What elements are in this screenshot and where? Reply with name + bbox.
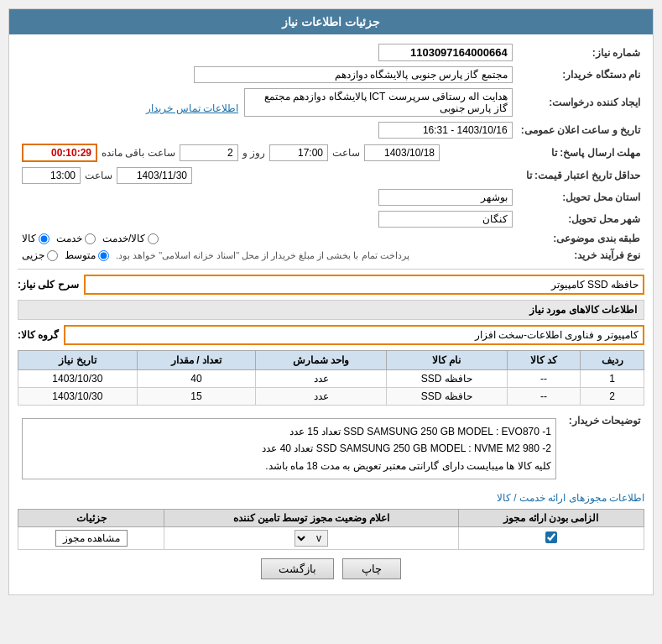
tabaqe-value: کالا خدمت کالا/خدمت <box>18 230 517 247</box>
tabaqe-kk-radio[interactable] <box>148 233 159 244</box>
notes-table: توضیحات خریدار: 1- SSD SAMSUNG 250 GB MO… <box>18 411 644 487</box>
sub-col-ealam: اعلام وضعیت مجوز توسط تامین کننده <box>164 510 458 527</box>
kala-table: ردیف کد کالا نام کالا واحد شمارش تعداد /… <box>18 350 644 406</box>
section-kala-title: اطلاعات کالاهای مورد نیاز <box>18 300 644 320</box>
mohlat-date-display: 1403/10/18 <box>364 144 440 161</box>
creator-display: هدایت اله رستاقی سرپرست ICT پالایشگاه دو… <box>244 88 513 117</box>
nooe-jozi-label: جزیی <box>22 249 44 261</box>
contact-link[interactable]: اطلاعات تماس خریدار <box>146 102 238 114</box>
tabaqe-kala-item[interactable]: کالا <box>22 233 50 244</box>
group-kala-row: گروه کالا: <box>18 325 644 345</box>
creator-value: هدایت اله رستاقی سرپرست ICT پالایشگاه دو… <box>18 86 517 119</box>
mohlat-rooz-label: روز و <box>242 147 265 159</box>
divider-1 <box>18 269 644 270</box>
mohlat-label: مهلت ارسال پاسخ: تا <box>517 141 644 165</box>
sarh-koli-label: سرح کلی نیاز: <box>18 279 79 291</box>
ostan-display: بوشهر <box>378 189 513 206</box>
cell-name: حافظه SSD <box>386 388 507 406</box>
elzami-checkbox[interactable] <box>545 531 557 543</box>
nooe-value: جزیی متوسط پرداخت تمام با بخشی از مبلغ خ… <box>18 247 517 264</box>
cell-kod: -- <box>507 388 581 406</box>
col-kod: کد کالا <box>507 351 581 370</box>
col-name: نام کالا <box>386 351 507 370</box>
notes-label: توضیحات خریدار: <box>560 411 644 487</box>
page-container: جزئیات اطلاعات نیاز شماره نیاز: 11030971… <box>8 8 654 595</box>
cell-radif: 2 <box>581 388 644 406</box>
page-header: جزئیات اطلاعات نیاز <box>9 9 653 34</box>
notes-box: 1- SSD SAMSUNG 250 GB MODEL : EVO870 تعد… <box>22 418 556 479</box>
hadaqal-date-display: 1403/11/30 <box>117 167 192 184</box>
col-vahed: واحد شمارش <box>256 351 387 370</box>
mojoz-table: الزامی بودن ارائه مجوز اعلام وضعیت مجوز … <box>18 509 644 550</box>
main-form-table: شماره نیاز: 1103097164000664 نام دستگاه … <box>18 41 644 264</box>
mohlat-saat-label: ساعت <box>332 147 360 159</box>
tarikh-value: 1403/10/16 - 16:31 <box>18 119 517 141</box>
group-kala-label: گروه کالا: <box>18 329 59 341</box>
cell-kod: -- <box>507 370 581 388</box>
nooe-jozi-radio[interactable] <box>47 250 58 261</box>
tabaqe-kk-item[interactable]: کالا/خدمت <box>102 233 159 244</box>
button-row: چاپ بازگشت <box>18 558 644 579</box>
tabaqe-kala-label: کالا <box>22 233 36 244</box>
shomara-label: شماره نیاز: <box>517 41 644 64</box>
mojoz-link[interactable]: اطلاعات مجوزهای ارائه خدمت / کالا <box>497 492 644 504</box>
ealam-select[interactable]: v <box>295 530 328 547</box>
tabaqe-khedmat-radio[interactable] <box>85 233 96 244</box>
cell-tarikh: 1403/10/30 <box>18 370 138 388</box>
sarh-koli-row: سرح کلی نیاز: <box>18 275 644 295</box>
col-radif: ردیف <box>581 351 644 370</box>
mohlat-rooz-display: 2 <box>180 144 238 161</box>
tabaqe-label: طبقه بندی موضوعی: <box>517 230 644 247</box>
mohlat-saat-display: 17:00 <box>269 144 328 161</box>
nooe-note: پرداخت تمام با بخشی از مبلغ خریدار از مح… <box>116 250 409 261</box>
tarikh-label: تاریخ و ساعت اعلان عمومی: <box>517 119 644 141</box>
shahr-display: کنگان <box>378 211 513 228</box>
sarh-koli-input[interactable] <box>84 275 644 295</box>
page-title: جزئیات اطلاعات نیاز <box>282 15 380 29</box>
shahr-label: شهر محل تحویل: <box>517 208 644 230</box>
nooe-jozi-item[interactable]: جزیی <box>22 249 58 261</box>
tabaqe-kk-label: کالا/خدمت <box>102 233 145 244</box>
cell-vahed: عدد <box>256 388 387 406</box>
jaziat-cell: مشاهده مجوز <box>18 527 164 550</box>
shomara-value: 1103097164000664 <box>18 41 517 64</box>
ostan-label: استان محل تحویل: <box>517 186 644 208</box>
mohlat-mande-label: ساعت باقی مانده <box>102 147 175 159</box>
tarikh-display: 1403/10/16 - 16:31 <box>378 122 513 139</box>
hadaqal-saat-display: 13:00 <box>22 167 81 184</box>
nooe-motavasst-item[interactable]: متوسط <box>65 249 109 261</box>
chap-button[interactable]: چاپ <box>342 558 401 579</box>
cell-vahed: عدد <box>256 370 387 388</box>
nooe-motavasst-label: متوسط <box>65 249 96 261</box>
destgah-display: مجتمع گاز پارس جنوبی پالایشگاه دوازدهم <box>194 66 513 83</box>
elzami-cell <box>458 527 644 550</box>
col-tarikh: تاریخ نیاز <box>18 351 138 370</box>
hadaqal-label: حداقل تاریخ اعتبار قیمت: تا <box>517 165 644 186</box>
table-row: v مشاهده مجوز <box>18 527 644 550</box>
hadaqal-saat-label: ساعت <box>85 170 112 181</box>
tabaqe-kala-radio[interactable] <box>39 233 50 244</box>
group-kala-input[interactable] <box>64 325 644 345</box>
jaziat-button[interactable]: مشاهده مجوز <box>55 530 128 547</box>
tabaqe-khedmat-label: خدمت <box>56 233 82 244</box>
shomara-display: 1103097164000664 <box>378 44 513 61</box>
bazgasht-button[interactable]: بازگشت <box>261 558 334 579</box>
destgah-label: نام دستگاه خریدار: <box>517 64 644 86</box>
hadaqal-value: 13:00 ساعت 1403/11/30 <box>18 165 517 186</box>
ealam-cell: v <box>164 527 458 550</box>
ostan-value: بوشهر <box>18 186 517 208</box>
cell-tedad: 40 <box>137 370 256 388</box>
nooe-label: نوع فرآیند خرید: <box>517 247 644 264</box>
sub-col-elzami: الزامی بودن ارائه مجوز <box>458 510 644 527</box>
notes-value: 1- SSD SAMSUNG 250 GB MODEL : EVO870 تعد… <box>18 411 560 487</box>
sub-col-jaziat: جزئیات <box>18 510 164 527</box>
nooe-motavasst-radio[interactable] <box>98 250 109 261</box>
table-row: 2--حافظه SSDعدد151403/10/30 <box>18 388 644 406</box>
mohlat-mande-display: 00:10:29 <box>22 144 97 162</box>
creator-label: ایجاد کننده درخواست: <box>517 86 644 119</box>
cell-tedad: 15 <box>137 388 256 406</box>
cell-radif: 1 <box>581 370 644 388</box>
table-row: 1--حافظه SSDعدد401403/10/30 <box>18 370 644 388</box>
cell-tarikh: 1403/10/30 <box>18 388 138 406</box>
tabaqe-khedmat-item[interactable]: خدمت <box>56 233 96 244</box>
